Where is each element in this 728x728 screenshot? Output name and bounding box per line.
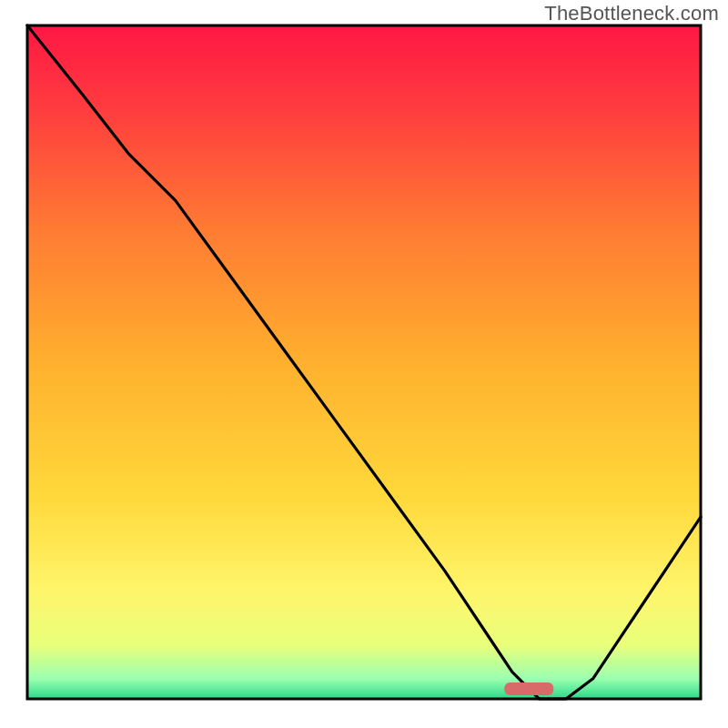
watermark-text: TheBottleneck.com xyxy=(544,2,719,25)
plot-background xyxy=(27,25,701,699)
bottleneck-plot xyxy=(0,0,728,728)
optimal-marker xyxy=(504,682,553,695)
chart-container: TheBottleneck.com xyxy=(0,0,728,728)
